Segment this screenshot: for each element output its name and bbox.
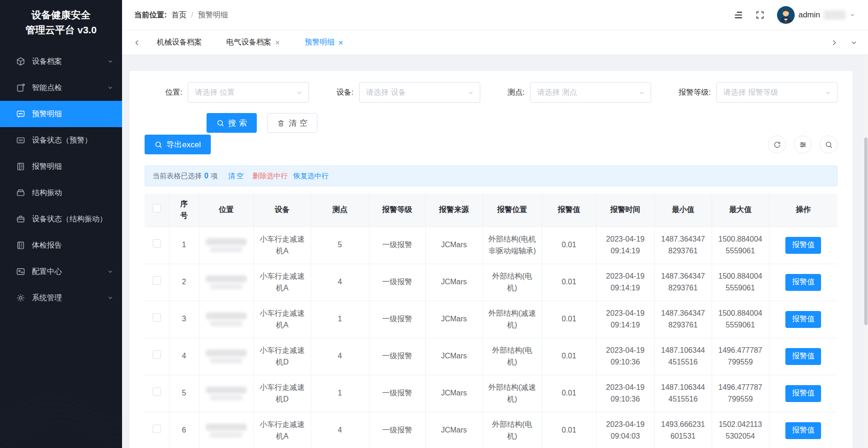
tab-warning-detail[interactable]: 预警明细 [305,38,344,47]
column-header-index: 序号 [169,194,199,227]
sidebar-item-device-status-vibration[interactable]: 设备状态（结构振动） [0,206,122,232]
redacted-location [210,357,243,364]
cell-action: 报警值 [769,375,837,412]
tabs-dropdown-icon[interactable] [850,39,858,46]
selection-clear-link[interactable]: 清空 [228,172,245,181]
measure-point-select[interactable]: 请选择 测点 [530,82,651,103]
redacted-location [210,395,243,401]
user-menu[interactable]: admin [777,6,856,24]
tab-electrical-archive[interactable]: 电气设备档案 [226,38,280,47]
alarm-value-button[interactable]: 报警值 [785,422,821,439]
panel-icon [16,136,25,145]
cell-level: 一级报警 [369,264,425,301]
column-header-max: 最大值 [712,194,769,227]
scrollbar-thumb[interactable] [864,137,868,325]
search-button[interactable]: 搜索 [207,113,257,133]
close-icon[interactable] [275,40,280,46]
alarm-value-button[interactable]: 报警值 [785,311,821,328]
device-select[interactable]: 请选择 设备 [359,82,480,103]
table-body: 1 小车行走减速机A 5 一级报警 JCMars 外部结构(电机非驱动端轴承) … [145,227,837,448]
cell-index: 1 [169,227,199,264]
cell-min: 1487.3643478293761 [654,264,712,301]
tab-mechanical-archive[interactable]: 机械设备档案 [157,38,202,47]
tabs-scroll-right-icon[interactable] [830,39,838,46]
row-checkbox[interactable] [153,239,161,248]
alarm-level-select[interactable]: 请选择 报警等级 [716,82,837,103]
sidebar-item-config-center[interactable]: 配置中心 [0,258,122,285]
top-header: 当前位置: 首页 / 预警明细 admin [122,0,868,30]
row-checkbox[interactable] [153,350,161,359]
clear-button-label: 清空 [289,118,310,129]
gear-icon [16,293,25,303]
refresh-button[interactable] [768,136,786,153]
sidebar-item-label: 系统管理 [32,293,107,303]
sidebar-item-label: 设备状态（预警） [32,136,114,145]
cell-alarm-position: 外部结构(减速机) [483,301,542,338]
alarm-value-button[interactable]: 报警值 [785,348,821,365]
close-icon[interactable] [338,40,344,46]
cell-source: JCMars [425,375,483,412]
cell-max: 1502.0421135302054 [712,412,769,448]
sidebar-item-label: 配置中心 [32,267,107,277]
cell-source: JCMars [425,301,483,338]
sidebar-item-health-report[interactable]: 体检报告 [0,232,122,258]
sidebar-item-system-management[interactable]: 系统管理 [0,285,122,311]
table-row: 6 小车行走减速机A 4 一级报警 JCMars 外部结构(电机) 0.01 2… [145,412,837,448]
avatar[interactable] [777,6,795,24]
tabs-scroll-left-icon[interactable] [133,39,141,46]
row-checkbox[interactable] [153,313,161,322]
selection-count: 0 [204,172,208,180]
filter-label: 报警等级: [679,88,711,98]
breadcrumb-label: 当前位置: [134,10,167,20]
cell-alarm-position: 外部结构(电机) [483,338,542,375]
alarm-value-button[interactable]: 报警值 [785,385,821,402]
fullscreen-icon[interactable] [755,10,765,20]
sidebar-item-alarm-detail[interactable]: 报警明细 [0,153,122,180]
cell-location [199,412,253,448]
alarm-value-button[interactable]: 报警值 [785,274,821,291]
row-checkbox[interactable] [153,276,161,285]
redacted-location [206,312,247,319]
table-row: 2 小车行走减速机A 4 一级报警 JCMars 外部结构(电机) 0.01 2… [145,264,837,301]
table-search-button[interactable] [820,136,837,153]
cell-value: 0.01 [542,375,596,412]
export-excel-button[interactable]: 导出excel [145,135,211,154]
cell-min: 1487.3643478293761 [654,301,712,338]
cell-index: 5 [169,375,199,412]
sidebar-item-device-archive[interactable]: 设备档案 [0,48,122,75]
cell-source: JCMars [425,338,483,375]
restore-selected-link[interactable]: 恢复选中行 [293,172,329,181]
cell-action: 报警值 [769,412,837,448]
row-checkbox[interactable] [153,425,161,433]
filter-label: 位置: [165,88,182,98]
delete-selected-link[interactable]: 删除选中行 [253,172,288,181]
sidebar-item-smart-inspection[interactable]: 智能点检 [0,75,122,101]
cell-source: JCMars [425,227,483,264]
tab-label: 预警明细 [305,38,335,47]
location-select[interactable]: 请选择 位置 [188,82,309,103]
clear-button[interactable]: 清空 [267,113,317,133]
filter-row: 位置: 请选择 位置 设备: 请选择 设备 [145,82,837,103]
breadcrumb: 当前位置: 首页 / 预警明细 [134,10,228,20]
column-settings-button[interactable] [794,136,812,153]
breadcrumb-home[interactable]: 首页 [171,10,186,20]
sidebar-item-structure-vibration[interactable]: 结构振动 [0,180,122,206]
chevron-down-icon [107,295,114,301]
cell-value: 0.01 [542,301,596,338]
sidebar-item-label: 报警明细 [32,162,114,172]
cell-location [199,264,253,301]
column-header-location: 位置 [199,194,253,227]
breadcrumb-current: 预警明细 [198,10,228,20]
select-all-checkbox[interactable] [153,204,161,213]
alarm-value-button[interactable]: 报警值 [785,237,821,254]
table-toolbar: 导出excel [145,135,837,154]
sidebar-item-warning-detail[interactable]: 预警明细 [0,101,122,127]
report-icon [16,241,25,250]
row-checkbox[interactable] [153,387,161,396]
export-excel-label: 导出excel [166,139,201,150]
sidebar-item-device-status-warning[interactable]: 设备状态（预警） [0,127,122,153]
menu-collapse-icon[interactable] [734,10,743,20]
inspect-icon [16,83,25,92]
column-header-point: 测点 [311,194,369,227]
select-placeholder: 请选择 报警等级 [723,88,778,98]
